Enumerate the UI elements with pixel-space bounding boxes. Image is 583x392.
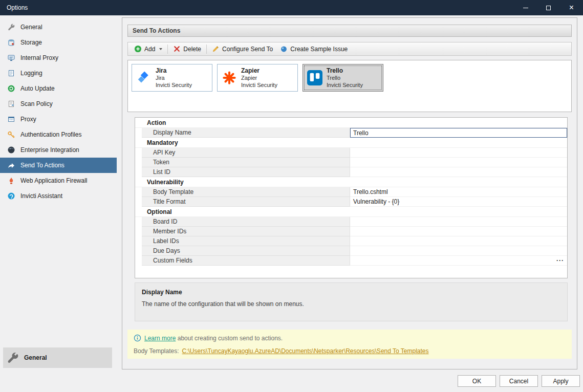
property-row-custom-fields[interactable]: Custom Fields ··· (135, 256, 567, 266)
learn-more-link[interactable]: Learn more (144, 335, 176, 342)
send-to-card-jira[interactable]: Jira Jira Invicti Security (132, 64, 212, 92)
display-name-field[interactable]: Trello (350, 128, 567, 138)
card-subtitle: Trello (327, 75, 363, 82)
panel-title: Send To Actions (133, 27, 180, 34)
sidebar-item-auto-update[interactable]: Auto Update (0, 81, 117, 96)
close-button[interactable]: × (560, 0, 583, 15)
property-row-due-days[interactable]: Due Days (135, 246, 567, 256)
group-header-vulnerability[interactable]: Vulnerability (135, 177, 567, 187)
wrench-icon-large (6, 351, 19, 364)
wrench-icon (7, 23, 15, 31)
card-title: Jira (156, 67, 192, 75)
send-to-card-zapier[interactable]: Zapier Zapier Invicti Security (217, 64, 298, 92)
cancel-button[interactable]: Cancel (500, 375, 538, 387)
scan-policy-icon (7, 100, 15, 108)
card-title: Trello (327, 67, 363, 75)
sidebar-item-label: Storage (20, 39, 42, 46)
sidebar: General Storage Internal Proxy Logging A… (0, 15, 117, 392)
label-ids-field[interactable] (350, 236, 567, 246)
internal-proxy-icon (7, 54, 15, 62)
sidebar-item-general[interactable]: General (0, 19, 117, 35)
property-row-token[interactable]: Token (135, 158, 567, 167)
title-format-field[interactable]: Vulnerability - {0} (350, 197, 567, 207)
property-row-member-ids[interactable]: Member IDs (135, 227, 567, 236)
property-description-panel: Display Name The name of the configurati… (135, 282, 568, 321)
learn-more-text: about creating custom send to actions. (176, 335, 283, 342)
member-ids-field[interactable] (350, 227, 567, 236)
add-button[interactable]: Add (131, 43, 166, 54)
card-vendor: Invicti Security (156, 82, 192, 89)
custom-fields-field[interactable]: ··· (350, 256, 567, 266)
due-days-field[interactable] (350, 246, 567, 256)
body-templates-label: Body Templates: (134, 347, 179, 355)
maximize-button[interactable] (537, 0, 560, 15)
configure-send-to-button[interactable]: Configure Send To (208, 43, 276, 54)
property-row-board-id[interactable]: Board ID (135, 217, 567, 227)
sidebar-item-label: Auto Update (20, 85, 55, 92)
sidebar-item-web-application-firewall[interactable]: Web Application Firewall (0, 173, 117, 188)
create-sample-issue-button[interactable]: Create Sample Issue (276, 43, 351, 54)
property-row-list-id[interactable]: List ID (135, 167, 567, 177)
minimize-button[interactable] (514, 0, 537, 15)
ellipsis-button[interactable]: ··· (556, 257, 564, 264)
delete-button[interactable]: Delete (169, 43, 205, 54)
sidebar-item-scan-policy[interactable]: Scan Policy (0, 96, 117, 112)
send-to-card-trello[interactable]: Trello Trello Invicti Security (303, 64, 383, 92)
group-header-optional[interactable]: Optional (135, 207, 567, 217)
sidebar-item-label: Authentication Profiles (20, 131, 81, 138)
enterprise-integration-icon (7, 146, 15, 154)
sidebar-item-invicti-assistant[interactable]: Invicti Assistant (0, 188, 117, 204)
send-to-actions-panel: Send To Actions Add Delete Configure Sen… (122, 17, 577, 369)
sidebar-item-label: Internal Proxy (20, 54, 58, 61)
group-header-mandatory[interactable]: Mandatory (135, 138, 567, 148)
description-title: Display Name (142, 289, 560, 296)
card-title: Zapier (241, 67, 277, 75)
key-icon (7, 130, 15, 139)
apply-button[interactable]: Apply (542, 375, 580, 387)
list-id-field[interactable] (350, 167, 567, 177)
dialog-buttons: OK Cancel Apply (458, 375, 580, 387)
sidebar-item-label: Invicti Assistant (20, 192, 62, 200)
window-title: Options (0, 4, 28, 11)
group-header-action[interactable]: Action (135, 118, 567, 128)
sidebar-item-internal-proxy[interactable]: Internal Proxy (0, 50, 117, 66)
minimize-icon (523, 8, 528, 8)
sidebar-item-label: Enterprise Integration (20, 146, 79, 154)
property-row-label-ids[interactable]: Label IDs (135, 236, 567, 246)
sidebar-item-logging[interactable]: Logging (0, 66, 117, 81)
sidebar-item-label: Proxy (20, 116, 36, 123)
api-key-field[interactable] (350, 148, 567, 158)
sidebar-item-label: General (20, 24, 42, 31)
body-templates-path-link[interactable]: C:\Users\TuncayKayaoglu.AzureAD\Document… (182, 347, 429, 355)
info-icon (134, 334, 141, 342)
add-dropdown-arrow-icon (159, 48, 162, 50)
close-icon: × (569, 4, 574, 12)
ok-button[interactable]: OK (458, 375, 496, 387)
sidebar-footer-general: General (3, 347, 112, 368)
titlebar: Options × (0, 0, 583, 15)
sidebar-item-enterprise-integration[interactable]: Enterprise Integration (0, 142, 117, 158)
body-template-field[interactable]: Trello.cshtml (350, 187, 567, 197)
sidebar-item-send-to-actions[interactable]: Send To Actions (0, 158, 117, 173)
description-text: The name of the configuration that will … (142, 300, 560, 308)
add-icon (134, 45, 142, 53)
zapier-icon (222, 70, 237, 85)
send-to-configurations-list: Jira Jira Invicti Security Zapier Zapier… (127, 60, 572, 112)
property-row-title-format[interactable]: Title Format Vulnerability - {0} (135, 197, 567, 207)
configure-icon (212, 45, 220, 53)
proxy-icon (7, 115, 15, 123)
token-field[interactable] (350, 158, 567, 167)
property-row-display-name[interactable]: Display Name Trello (135, 128, 567, 138)
logging-icon (7, 69, 15, 77)
board-id-field[interactable] (350, 217, 567, 227)
firewall-flame-icon (7, 177, 15, 185)
property-row-api-key[interactable]: API Key (135, 148, 567, 158)
trello-icon (307, 70, 322, 85)
property-row-body-template[interactable]: Body Template Trello.cshtml (135, 187, 567, 197)
sidebar-item-authentication-profiles[interactable]: Authentication Profiles (0, 127, 117, 142)
storage-icon (7, 38, 15, 47)
toolbar: Add Delete Configure Send To Create Samp… (127, 42, 572, 56)
toolbar-separator (167, 45, 168, 54)
sidebar-item-storage[interactable]: Storage (0, 35, 117, 50)
sidebar-item-proxy[interactable]: Proxy (0, 112, 117, 127)
